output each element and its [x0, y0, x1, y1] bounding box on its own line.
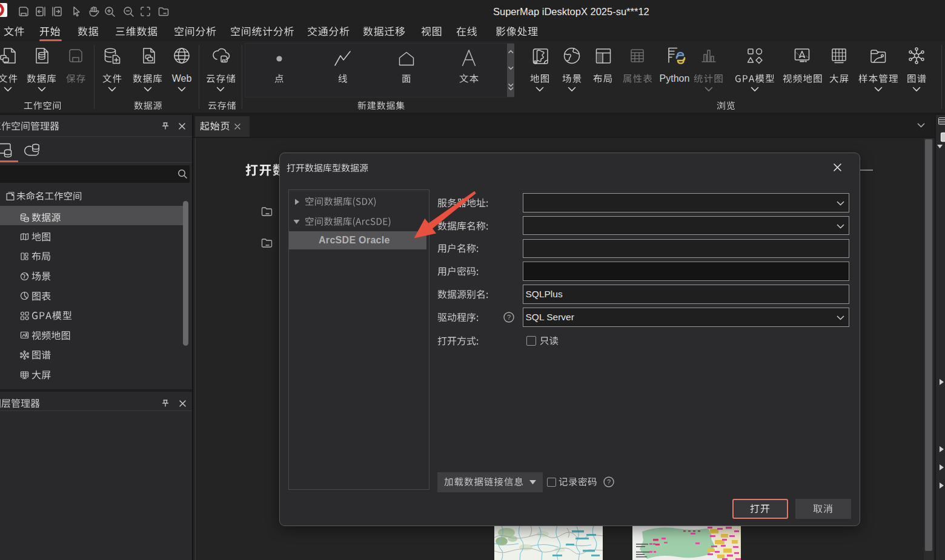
svg-text:?: ?: [507, 314, 511, 321]
svg-text:?: ?: [607, 478, 611, 486]
